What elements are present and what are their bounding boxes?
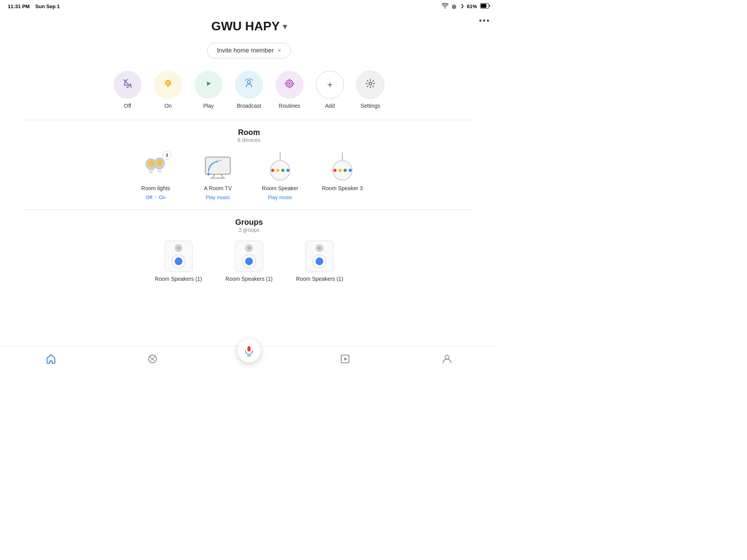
speaker-dots	[271, 169, 289, 172]
account-nav-icon	[442, 354, 452, 366]
action-settings[interactable]: Settings	[356, 71, 384, 109]
device-room-speaker[interactable]: Room Speaker Play music	[257, 151, 303, 200]
group-3-blue-dot	[316, 257, 323, 265]
dot-3-red	[333, 169, 337, 172]
battery-level: 61%	[467, 4, 477, 9]
group-2[interactable]: Room Speakers (1)	[225, 241, 272, 282]
action-on[interactable]: On	[154, 71, 182, 109]
quick-actions-row: Off On	[114, 71, 384, 109]
speaker-stand	[280, 152, 281, 160]
dot-yellow	[276, 169, 279, 172]
plus-icon: +	[327, 79, 333, 90]
group-3[interactable]: Room Speakers (1)	[296, 241, 343, 282]
group-2-name: Room Speakers (1)	[225, 276, 272, 282]
group-2-speaker-bottom	[242, 254, 256, 268]
action-settings-circle	[356, 71, 384, 99]
svg-point-7	[369, 82, 372, 85]
room-lights-on-btn[interactable]: On	[159, 194, 165, 200]
action-play-circle	[195, 71, 223, 99]
room-lights-status: Off • On	[146, 194, 165, 200]
svg-rect-1	[481, 4, 486, 8]
wifi-icon	[442, 3, 449, 10]
action-play-label: Play	[203, 103, 214, 109]
main-content: GWU HAPY ▾ Invite home member × Off	[0, 11, 498, 282]
dot-3-green	[344, 169, 347, 172]
groups-section-subtitle: 3 groups	[23, 227, 475, 233]
svg-point-2	[166, 80, 170, 85]
action-routines-label: Routines	[279, 103, 300, 109]
group-2-blue-dot	[245, 257, 253, 265]
room-speaker-action[interactable]: Play music	[268, 194, 293, 200]
room-speaker-icon-wrapper	[265, 151, 296, 182]
status-time-date: 11:31 PM Sun Sep 1	[8, 4, 60, 9]
group-1-speaker-bottom	[172, 254, 186, 268]
group-1[interactable]: Room Speakers (1)	[155, 241, 202, 282]
action-broadcast-circle	[235, 71, 263, 99]
battery-icon	[480, 3, 490, 10]
group-3-icon	[305, 241, 333, 272]
action-off-circle	[114, 71, 142, 99]
status-time: 11:31 PM	[8, 4, 30, 9]
action-off-label: Off	[124, 103, 131, 109]
action-off[interactable]: Off	[114, 71, 142, 109]
dot-green	[281, 169, 284, 172]
svg-point-11	[156, 159, 163, 166]
dot-3-yellow	[338, 169, 342, 172]
room-section-title: Room	[23, 128, 475, 137]
nav-home[interactable]	[38, 351, 64, 369]
room-tv-name: A Room TV	[204, 185, 231, 191]
nav-discover[interactable]	[140, 351, 165, 369]
action-broadcast[interactable]: Broadcast	[235, 71, 263, 109]
device-room-lights[interactable]: 3 Room lights Off • On	[132, 151, 179, 200]
action-add-label: Add	[325, 103, 335, 109]
action-on-label: On	[165, 103, 172, 109]
group-1-icon	[165, 241, 193, 272]
device-grid: 3 Room lights Off • On	[23, 151, 475, 200]
invite-close-icon[interactable]: ×	[277, 47, 281, 54]
routines-icon	[284, 78, 295, 92]
home-title[interactable]: GWU HAPY ▾	[211, 19, 287, 33]
device-room-tv[interactable]: A Room TV Play music	[195, 151, 241, 200]
nav-account[interactable]	[434, 351, 460, 369]
invite-home-member-button[interactable]: Invite home member ×	[207, 43, 291, 58]
speaker-body	[270, 160, 290, 180]
more-options-button[interactable]: •••	[479, 16, 490, 26]
discover-nav-icon	[147, 354, 158, 366]
speaker-3-dots	[333, 169, 352, 172]
group-3-name: Room Speakers (1)	[296, 276, 343, 282]
room-tv-icon-wrapper	[202, 151, 233, 182]
svg-point-3	[247, 80, 251, 84]
svg-rect-12	[205, 157, 230, 174]
home-nav-icon	[46, 354, 56, 366]
home-dropdown-arrow[interactable]: ▾	[283, 22, 287, 31]
group-1-speaker-top	[175, 244, 182, 252]
action-routines[interactable]: Routines	[275, 71, 303, 109]
mic-fab-button[interactable]	[237, 339, 261, 362]
home-name-label: GWU HAPY	[211, 19, 280, 33]
action-add[interactable]: + Add	[316, 71, 344, 109]
action-play[interactable]: Play	[195, 71, 223, 109]
section-divider-1	[25, 120, 473, 120]
bell-off-icon	[122, 78, 133, 92]
group-2-icon	[235, 241, 263, 272]
section-divider-2	[25, 210, 473, 210]
action-broadcast-label: Broadcast	[237, 103, 261, 109]
speaker-3-body	[332, 160, 352, 180]
room-lights-off-btn[interactable]: Off	[146, 194, 152, 200]
group-1-name: Room Speakers (1)	[155, 276, 202, 282]
group-3-speaker-bottom	[312, 254, 326, 268]
bulb-on-icon	[163, 78, 174, 92]
room-tv-action[interactable]: Play music	[206, 194, 230, 200]
svg-point-13	[207, 173, 210, 175]
music-play-icon	[203, 78, 214, 92]
device-room-speaker-3[interactable]: Room Speaker 3	[319, 151, 366, 200]
svg-point-6	[289, 83, 290, 84]
status-date: Sun Sep 1	[35, 4, 60, 9]
speaker-icon-container	[270, 152, 290, 180]
status-right-icons: ◎ ☽ 61%	[442, 3, 490, 10]
room-speaker-3-icon-wrapper	[327, 151, 358, 182]
svg-line-14	[212, 174, 215, 178]
nav-media-visible[interactable]	[333, 351, 358, 369]
room-lights-name: Room lights	[141, 185, 170, 191]
action-settings-label: Settings	[361, 103, 381, 109]
